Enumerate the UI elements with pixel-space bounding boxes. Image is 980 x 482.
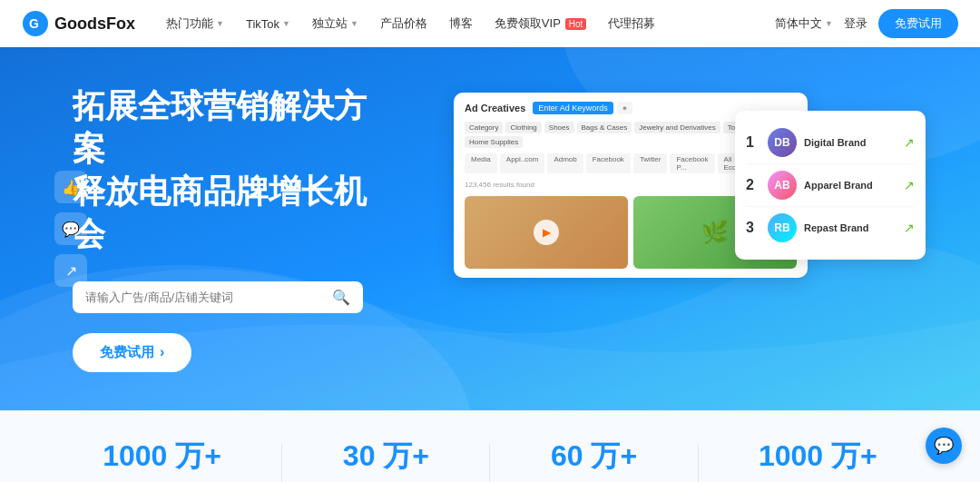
stat-number-1: 1000 万+ (103, 437, 221, 477)
stat-item-1: 1000 万+ TikTok 爆款商品 (103, 437, 221, 482)
brand-panel: 1 DB Digital Brand ↗ 2 AB Apparel Brand … (735, 111, 926, 260)
logo-icon: G (22, 10, 49, 37)
nav-right: 简体中文 ▼ 登录 免费试用 (775, 9, 958, 38)
trend-icon-3: ↗ (904, 221, 915, 235)
stat-item-2: 30 万+ TikTok 广告量级 (343, 437, 429, 482)
ad-tab-dot[interactable]: ● (617, 102, 632, 114)
hero-cta-button[interactable]: 免费试用 › (73, 333, 191, 372)
trial-button[interactable]: 免费试用 (878, 9, 958, 38)
play-button[interactable]: ▶ (534, 220, 559, 245)
chevron-down-icon: ▼ (216, 19, 224, 28)
ad-thumb-1: ▶ (465, 196, 628, 269)
brand-name: GoodsFox (54, 15, 135, 34)
brand-name-2: Apparel Brand (804, 180, 897, 191)
navbar: G GoodsFox 热门功能 ▼ TikTok ▼ 独立站 ▼ 产品价格 博客… (0, 0, 980, 47)
brand-item-2: 2 AB Apparel Brand ↗ (746, 164, 915, 207)
chevron-down-icon: ▼ (350, 19, 358, 28)
trend-icon-1: ↗ (904, 135, 915, 150)
stat-number-3: 60 万+ (551, 437, 637, 477)
like-icon[interactable]: 👍 (54, 171, 87, 203)
stat-item-3: 60 万+ 独立站店铺数据 (551, 437, 637, 482)
hero-section: 拓展全球营销解决方案 释放电商品牌增长机会 🔍 免费试用 › 👍 💬 ↗ Ad … (0, 47, 980, 410)
hot-badge: Hot (565, 18, 587, 30)
nav-item-blog[interactable]: 博客 (440, 10, 482, 37)
language-selector[interactable]: 简体中文 ▼ (775, 15, 833, 32)
share-icon[interactable]: ↗ (54, 254, 87, 287)
stats-bar: 1000 万+ TikTok 爆款商品 30 万+ TikTok 广告量级 60… (0, 410, 980, 482)
search-icon[interactable]: 🔍 (332, 289, 350, 306)
nav-links: 热门功能 ▼ TikTok ▼ 独立站 ▼ 产品价格 博客 免费领取VIP Ho… (157, 10, 775, 37)
stat-divider-2 (489, 444, 490, 482)
chevron-down-icon: ▼ (825, 19, 833, 28)
nav-item-pricing[interactable]: 产品价格 (371, 10, 436, 37)
chevron-down-icon: ▼ (282, 19, 290, 28)
brand-avatar-1: DB (768, 128, 797, 157)
stat-divider-3 (698, 444, 699, 482)
nav-item-vip[interactable]: 免费领取VIP Hot (485, 10, 596, 37)
stat-number-4: 1000 万+ (759, 437, 877, 477)
svg-text:G: G (29, 16, 39, 31)
brand-item-1: 1 DB Digital Brand ↗ (746, 122, 915, 164)
chat-bubble-button[interactable]: 💬 (926, 428, 962, 464)
brand-item-3: 3 RB Repast Brand ↗ (746, 207, 915, 249)
brand-avatar-3: RB (768, 213, 797, 242)
stat-divider-1 (281, 444, 282, 482)
nav-item-tiktok[interactable]: TikTok ▼ (237, 12, 299, 36)
nav-item-hotfunctions[interactable]: 热门功能 ▼ (157, 10, 233, 37)
brand-name-1: Digital Brand (804, 137, 897, 148)
ad-panel-tabs: Enter Ad Keywords ● (533, 102, 632, 114)
trend-icon-2: ↗ (904, 178, 915, 192)
logo[interactable]: G GoodsFox (22, 10, 135, 37)
ad-tab-keywords[interactable]: Enter Ad Keywords (533, 102, 613, 114)
hero-mockup: Ad Creatives Enter Ad Keywords ● Categor… (454, 74, 926, 401)
arrow-icon: › (160, 344, 164, 360)
ad-panel-title: Ad Creatives (465, 103, 525, 113)
nav-item-standalone[interactable]: 独立站 ▼ (303, 10, 368, 37)
stat-number-2: 30 万+ (343, 437, 429, 477)
comment-icon[interactable]: 💬 (54, 212, 87, 245)
brand-avatar-2: AB (768, 171, 797, 200)
hero-title: 拓展全球营销解决方案 释放电商品牌增长机会 (73, 85, 381, 255)
login-button[interactable]: 登录 (844, 15, 867, 32)
hero-search-box: 🔍 (73, 281, 363, 313)
brand-name-3: Repast Brand (804, 222, 897, 233)
stat-item-4: 1000 万+ 独立站广告量级 (759, 437, 877, 482)
nav-item-agent[interactable]: 代理招募 (599, 10, 664, 37)
hero-search-input[interactable] (85, 290, 332, 304)
social-float-icons: 👍 💬 ↗ (54, 171, 87, 287)
